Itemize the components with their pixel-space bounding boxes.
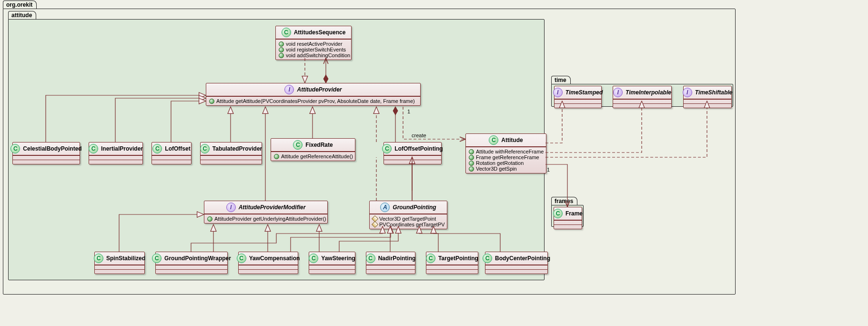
class-name: TimeInterpolable — [626, 89, 671, 96]
class-name: TabulatedProvider — [212, 145, 262, 152]
class-name: YawCompensation — [249, 255, 300, 262]
class-TimeInterpolable: ITimeInterpolable — [613, 86, 672, 108]
class-icon: C — [237, 254, 246, 263]
class-AttitudeProviderModifier: IAttitudeProviderModifierAttitudeProvide… — [204, 201, 328, 224]
class-CelestialBodyPointed: CCelestialBodyPointed — [12, 142, 80, 164]
class-name: Attitude — [501, 137, 523, 143]
abstract-icon: A — [380, 203, 390, 212]
class-member: Vector3D getSpin — [469, 166, 543, 172]
class-icon: C — [366, 254, 375, 263]
relation-label: 1 — [547, 167, 550, 173]
package-tab: time — [551, 76, 571, 84]
class-icon: C — [293, 140, 303, 150]
class-name: CelestialBodyPointed — [23, 145, 81, 152]
class-name: GroundPointing — [393, 204, 436, 211]
class-TimeShiftable: ITimeShiftable — [683, 86, 732, 108]
class-NadirPointing: CNadirPointing — [366, 252, 415, 274]
class-name: AttitudeProvider — [297, 86, 342, 93]
class-member: void addSwitchingCondition — [279, 52, 348, 58]
class-SpinStabilized: CSpinStabilized — [94, 252, 145, 274]
public-method-icon — [209, 99, 214, 104]
class-member: PVCoordinates getTargetPV — [373, 222, 444, 227]
class-member: Attitude getReferenceAttitude() — [274, 153, 352, 159]
interface-icon: I — [284, 85, 294, 94]
interface-icon: I — [226, 203, 236, 212]
class-LofOffset: CLofOffset — [151, 142, 192, 164]
class-name: LofOffsetPointing — [394, 145, 443, 152]
package-tab: attitude — [8, 11, 36, 19]
class-icon: C — [309, 254, 318, 263]
class-TimeStamped: ITimeStamped — [554, 86, 602, 108]
class-BodyCenterPointing: CBodyCenterPointing — [485, 252, 548, 274]
class-name: AttitudesSequence — [294, 29, 346, 36]
class-member: Attitude withReferenceFrame — [469, 149, 543, 154]
public-method-icon — [274, 154, 279, 159]
class-icon: C — [152, 254, 161, 263]
class-icon: C — [489, 135, 498, 145]
relation-label: 1 — [407, 109, 410, 114]
public-method-icon — [469, 166, 474, 172]
class-member: Vector3D getTargetPoint — [373, 216, 444, 222]
interface-icon: I — [553, 88, 563, 97]
class-member: void registerSwitchEvents — [279, 47, 348, 52]
class-InertialProvider: CInertialProvider — [89, 142, 143, 164]
class-FixedRate: CFixedRateAttitude getReferenceAttitude(… — [271, 138, 355, 161]
public-method-icon — [469, 149, 474, 154]
class-Frame: CFrame — [554, 207, 582, 229]
class-name: YawSteering — [321, 255, 355, 262]
class-name: TargetPointing — [438, 255, 478, 262]
class-Attitude: CAttitudeAttitude withReferenceFrameFram… — [465, 133, 546, 173]
class-member: Rotation getRotation — [469, 160, 543, 166]
class-name: BodyCenterPointing — [495, 255, 550, 262]
public-method-icon — [469, 155, 474, 160]
class-name: InertialProvider — [101, 145, 143, 152]
class-member: Attitude getAttitude(PVCoordinatesProvid… — [209, 98, 417, 104]
class-AttitudeProvider: IAttitudeProviderAttitude getAttitude(PV… — [206, 83, 421, 106]
class-GroundPointingWrapper: CGroundPointingWrapper — [155, 252, 228, 274]
class-name: NadirPointing — [378, 255, 416, 262]
class-member: void resetActiveProvider — [279, 41, 348, 47]
class-name: LofOffset — [165, 145, 190, 152]
public-method-icon — [279, 41, 284, 47]
relation-label: create — [412, 132, 426, 138]
interface-icon: I — [683, 88, 692, 97]
class-icon: C — [94, 254, 103, 263]
class-name: SpinStabilized — [106, 255, 145, 262]
class-name: FixedRate — [305, 142, 333, 148]
class-name: AttitudeProviderModifier — [239, 204, 306, 211]
class-name: TimeStamped — [565, 89, 603, 96]
class-TargetPointing: CTargetPointing — [426, 252, 478, 274]
class-icon: C — [10, 144, 20, 153]
class-GroundPointing: AGroundPointingVector3D getTargetPointPV… — [369, 201, 447, 229]
public-method-icon — [279, 53, 284, 58]
class-icon: C — [282, 28, 291, 37]
class-YawCompensation: CYawCompensation — [238, 252, 298, 274]
public-method-icon — [469, 161, 474, 166]
class-YawSteering: CYawSteering — [309, 252, 355, 274]
class-member: AttitudeProvider getUnderlyingAttitudePr… — [207, 216, 324, 222]
public-method-icon — [207, 216, 212, 222]
class-icon: C — [200, 144, 210, 153]
class-member: Frame getReferenceFrame — [469, 154, 543, 160]
class-icon: C — [483, 254, 492, 263]
package-tab: org.orekit — [3, 0, 37, 9]
class-name: Frame — [565, 210, 583, 217]
class-name: GroundPointingWrapper — [164, 255, 231, 262]
interface-icon: I — [613, 88, 623, 97]
public-method-icon — [279, 47, 284, 52]
abstract-method-icon — [372, 221, 378, 228]
class-name: TimeShiftable — [695, 89, 732, 96]
class-icon: C — [553, 209, 563, 218]
class-TabulatedProvider: CTabulatedProvider — [200, 142, 262, 164]
class-icon: C — [89, 144, 98, 153]
class-AttitudesSequence: CAttitudesSequencevoid resetActiveProvid… — [275, 26, 352, 60]
class-icon: C — [382, 144, 392, 153]
class-icon: C — [426, 254, 435, 263]
package-tab: frames — [551, 197, 577, 205]
class-icon: C — [152, 144, 162, 153]
class-LofOffsetPointing: CLofOffsetPointing — [384, 142, 442, 164]
